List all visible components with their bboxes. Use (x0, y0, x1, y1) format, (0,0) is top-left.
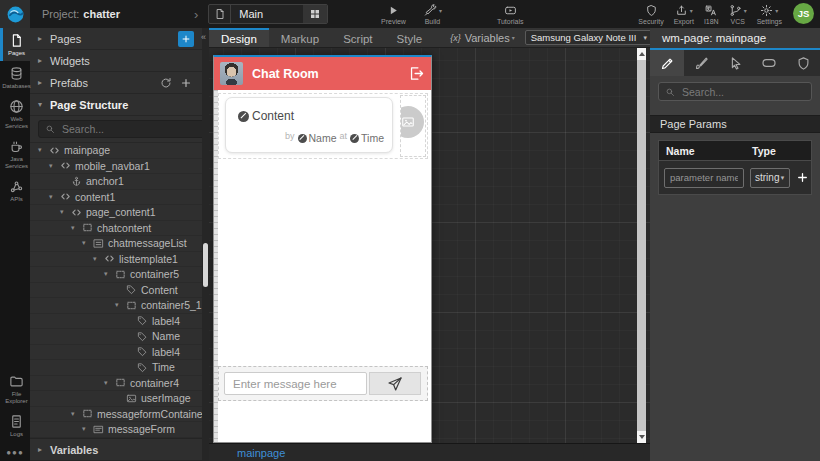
caret-down-icon[interactable]: ▾ (104, 379, 115, 387)
avatar-image[interactable] (220, 62, 243, 85)
message-meta-row[interactable]: by Name at Time (282, 131, 384, 145)
build-button[interactable]: ▾ Build (423, 0, 442, 25)
tree-item-container5_1[interactable]: ▾container5_1 (30, 298, 202, 314)
section-prefabs[interactable]: ▸ Prefabs (30, 72, 202, 94)
page-selector[interactable]: Main (208, 4, 328, 24)
phone-mockup[interactable]: Chat Room Content by Name (213, 55, 432, 443)
caret-down-icon[interactable]: ▾ (104, 270, 115, 278)
explorer-scrollbar[interactable] (202, 28, 209, 461)
caret-down-icon[interactable]: ▾ (49, 193, 60, 201)
section-pages[interactable]: ▸ Pages (30, 28, 202, 50)
message-content-row[interactable]: Content (235, 109, 294, 123)
tree-item-chatcontent[interactable]: ▾chatcontent (30, 221, 202, 237)
app-logo[interactable] (0, 0, 30, 28)
tab-device[interactable] (752, 50, 786, 76)
rail-item-web-services[interactable]: Web Services (0, 94, 30, 134)
tab-styles[interactable] (684, 50, 718, 76)
preview-button[interactable]: Preview (381, 0, 406, 25)
collapse-left-panel-icon[interactable]: « (201, 32, 206, 42)
tree-item-mainpage[interactable]: ▾mainpage (30, 143, 202, 159)
tree-item-chatmessageList[interactable]: ▾chatmessageList (30, 236, 202, 252)
tree-item-messageformContainer[interactable]: ▾messageformContainer (30, 407, 202, 423)
rail-item-logs[interactable]: Logs (0, 409, 30, 442)
tab-script[interactable]: Script (331, 28, 384, 47)
user-image-placeholder[interactable] (400, 106, 424, 138)
inspector-search-input[interactable] (680, 85, 805, 99)
tree-item-Name[interactable]: Name (30, 329, 202, 345)
section-variables[interactable]: ▸ Variables (30, 438, 202, 461)
tree-item-label4[interactable]: label4 (30, 314, 202, 330)
message-card[interactable]: Content by Name at Time (225, 97, 393, 153)
tutorials-button[interactable]: Tutorials (497, 0, 524, 25)
scroll-up-button[interactable] (637, 48, 646, 60)
canvas-grid-area[interactable]: Chat Room Content by Name (209, 48, 650, 443)
rail-item-pages[interactable]: Pages (0, 28, 30, 61)
tree-item-listtemplate1[interactable]: ▾listtemplate1 (30, 252, 202, 268)
caret-down-icon[interactable]: ▾ (115, 301, 126, 309)
tree-item-container4[interactable]: ▾container4 (30, 376, 202, 392)
device-select[interactable]: Samsung Galaxy Note III ▼ (525, 30, 655, 45)
caret-down-icon[interactable]: ▾ (60, 208, 71, 216)
security-button[interactable]: Security (638, 0, 663, 25)
tab-style[interactable]: Style (385, 28, 435, 47)
message-input[interactable] (224, 372, 367, 395)
export-button[interactable]: ▾ Export (674, 0, 694, 25)
tag-icon (137, 315, 148, 326)
logout-icon[interactable] (408, 65, 425, 82)
tree-item-container5[interactable]: ▾container5 (30, 267, 202, 283)
refresh-icon[interactable] (158, 75, 174, 91)
rail-item-java-services[interactable]: Java Services (0, 134, 30, 174)
param-name-input[interactable] (664, 168, 744, 188)
vcs-button[interactable]: ▾ VCS (729, 0, 747, 25)
tree-item-Content[interactable]: Content (30, 283, 202, 299)
add-page-button[interactable] (178, 31, 194, 47)
tab-properties[interactable] (650, 50, 684, 76)
caret-down-icon[interactable]: ▾ (82, 239, 93, 247)
tree-item-page_content1[interactable]: ▾page_content1 (30, 205, 202, 221)
tree-item-Time[interactable]: Time (30, 360, 202, 376)
container-icon (115, 269, 126, 280)
tab-markup[interactable]: Markup (269, 28, 331, 47)
tab-security[interactable] (786, 50, 820, 76)
page-icon (209, 5, 231, 23)
user-image-container[interactable] (400, 95, 426, 157)
variables-menu[interactable]: {x} Variables ▾ (450, 28, 515, 47)
section-page-structure[interactable]: ▾ Page Structure (30, 94, 202, 116)
tree-item-mobile_navbar1[interactable]: ▾mobile_navbar1 (30, 159, 202, 175)
tab-design[interactable]: Design (209, 28, 269, 47)
add-prefab-button[interactable] (178, 75, 194, 91)
tree-item-messageForm[interactable]: ▾messageForm (30, 422, 202, 438)
chat-message-list[interactable]: Content by Name at Time (218, 93, 428, 159)
tab-events[interactable] (718, 50, 752, 76)
message-form[interactable] (218, 366, 428, 401)
tree-item-label4[interactable]: label4 (30, 345, 202, 361)
code-icon (60, 160, 71, 171)
open-page-tab-mainpage[interactable]: mainpage (237, 447, 285, 459)
caret-down-icon[interactable]: ▾ (49, 162, 60, 170)
rail-item-databases[interactable]: Databases (0, 61, 30, 94)
chat-header[interactable]: Chat Room (214, 57, 431, 90)
tree-item-anchor1[interactable]: anchor1 (30, 174, 202, 190)
caret-down-icon[interactable]: ▾ (82, 425, 93, 433)
param-type-select[interactable]: string ▼ (750, 168, 790, 188)
i18n-button[interactable]: I18N (704, 0, 719, 25)
caret-down-icon[interactable]: ▾ (71, 224, 82, 232)
send-button[interactable] (369, 372, 421, 395)
rail-item-file-explorer[interactable]: File Explorer (0, 369, 30, 409)
scroll-down-button[interactable] (637, 431, 646, 443)
more-dots-icon[interactable]: ●●● (0, 448, 30, 457)
canvas-scrollbar[interactable] (637, 48, 646, 443)
caret-down-icon[interactable]: ▾ (38, 146, 49, 154)
section-widgets[interactable]: ▸ Widgets (30, 50, 202, 72)
settings-button[interactable]: ▾ Settings (757, 0, 782, 25)
caret-down-icon[interactable]: ▾ (93, 255, 104, 263)
user-avatar[interactable]: JS (793, 3, 814, 24)
scrollbar-thumb[interactable] (203, 243, 208, 287)
add-param-button[interactable] (796, 171, 809, 184)
structure-search-input[interactable] (60, 122, 199, 136)
caret-down-icon[interactable]: ▾ (71, 410, 82, 418)
rail-item-apis[interactable]: APIs (0, 174, 30, 207)
grid-icon[interactable] (303, 5, 327, 23)
tree-item-content1[interactable]: ▾content1 (30, 190, 202, 206)
tree-item-userImage[interactable]: userImage (30, 391, 202, 407)
